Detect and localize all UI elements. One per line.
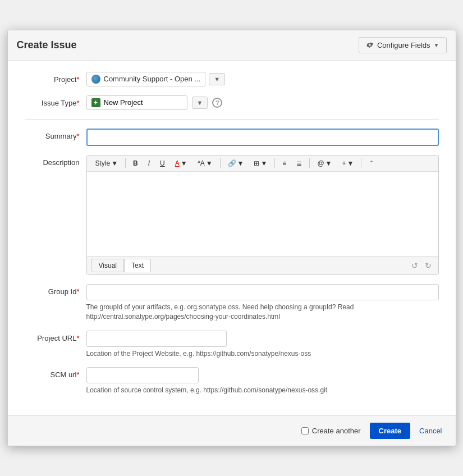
project-control: Community Support - Open ... ▼: [86, 72, 439, 86]
group-id-hint: The groupId of your artifacts, e.g. org.…: [86, 303, 439, 322]
configure-fields-button[interactable]: Configure Fields ▼: [359, 37, 447, 53]
collapse-button[interactable]: ⌃: [365, 158, 378, 169]
project-label: Project*: [25, 72, 86, 84]
project-row: Project* Community Support - Open ... ▼: [25, 72, 439, 86]
required-marker: *: [76, 75, 79, 84]
group-id-label: Group Id*: [25, 284, 86, 296]
gear-icon: [366, 41, 374, 49]
description-row: Description Style ▼ B: [25, 155, 439, 275]
insert-chevron-icon: ▼: [347, 159, 354, 167]
issue-type-dropdown[interactable]: + New Project: [86, 95, 187, 110]
description-content-area[interactable]: [87, 172, 438, 256]
scm-url-hint: Location of source control system, e.g. …: [86, 386, 439, 395]
scm-url-control: Location of source control system, e.g. …: [86, 367, 439, 395]
list-unordered-button[interactable]: ≡: [278, 158, 290, 169]
project-name-text: Community Support - Open ...: [104, 75, 201, 83]
issue-type-dropdown-arrow[interactable]: ▼: [192, 97, 208, 109]
project-url-input[interactable]: [86, 331, 227, 347]
redo-button[interactable]: ↻: [423, 260, 434, 271]
project-url-label: Project URL*: [25, 331, 86, 342]
required-marker: *: [76, 287, 79, 296]
project-dropdown-arrow[interactable]: ▼: [209, 73, 225, 85]
create-another-label[interactable]: Create another: [312, 427, 361, 435]
project-url-control: Location of the Project Website, e.g. ht…: [86, 331, 439, 359]
issue-type-label: Issue Type*: [25, 95, 86, 107]
project-url-row: Project URL* Location of the Project Web…: [25, 331, 439, 359]
format-chevron-icon: ▼: [206, 159, 213, 167]
style-chevron-icon: ▼: [111, 159, 118, 167]
mention-button[interactable]: @ ▼: [313, 158, 336, 169]
description-control: Style ▼ B I U: [86, 155, 439, 275]
group-id-control: The groupId of your artifacts, e.g. org.…: [86, 284, 439, 322]
form-divider: [25, 119, 439, 120]
list-ordered-button[interactable]: ≣: [292, 158, 306, 169]
create-another-wrap: Create another: [301, 427, 361, 435]
toolbar-separator-5: [361, 158, 361, 168]
editor-toolbar: Style ▼ B I U: [87, 155, 438, 172]
help-icon[interactable]: ?: [212, 98, 222, 108]
scm-url-row: SCM url* Location of source control syst…: [25, 367, 439, 395]
underline-button[interactable]: U: [156, 158, 169, 169]
project-globe-icon: [91, 75, 100, 84]
undo-redo-controls: ↺ ↻: [409, 260, 434, 271]
table-button[interactable]: ⊞ ▼: [250, 158, 271, 169]
link-chevron-icon: ▼: [237, 159, 244, 167]
description-label: Description: [25, 155, 86, 167]
toolbar-separator-3: [274, 158, 275, 168]
required-marker: *: [76, 334, 79, 342]
description-editor: Style ▼ B I U: [86, 155, 439, 275]
editor-footer: Visual Text ↺ ↻: [87, 256, 438, 274]
editor-tabs: Visual Text: [91, 259, 151, 272]
required-marker: *: [76, 370, 79, 379]
dialog-header: Create Issue Configure Fields ▼: [8, 30, 456, 61]
table-chevron-icon: ▼: [260, 159, 267, 167]
create-button[interactable]: Create: [370, 423, 410, 439]
create-issue-dialog: Create Issue Configure Fields ▼ Project*…: [7, 30, 456, 446]
required-marker: *: [76, 132, 79, 140]
tab-visual[interactable]: Visual: [91, 259, 124, 272]
style-dropdown-button[interactable]: Style ▼: [91, 158, 122, 169]
tab-text[interactable]: Text: [124, 259, 151, 272]
bold-button[interactable]: B: [129, 158, 142, 169]
footer-actions: Create Cancel: [370, 423, 447, 439]
insert-button[interactable]: + ▼: [338, 158, 357, 169]
chevron-down-icon: ▼: [434, 42, 439, 48]
scm-url-input[interactable]: [86, 367, 199, 383]
dialog-title: Create Issue: [17, 39, 77, 51]
group-id-input[interactable]: [86, 284, 439, 300]
mention-chevron-icon: ▼: [326, 159, 332, 167]
toolbar-separator-4: [309, 158, 310, 168]
issue-type-control: + New Project ▼ ?: [86, 95, 439, 110]
italic-button[interactable]: I: [144, 158, 154, 169]
text-color-button[interactable]: A ▼: [171, 158, 191, 169]
toolbar-separator-2: [220, 158, 221, 168]
color-chevron-icon: ▼: [181, 159, 187, 167]
create-another-checkbox[interactable]: [301, 427, 309, 434]
scm-url-label: SCM url*: [25, 367, 86, 379]
toolbar-separator-1: [125, 158, 126, 168]
project-url-hint: Location of the Project Website, e.g. ht…: [86, 349, 439, 359]
cancel-button[interactable]: Cancel: [415, 423, 446, 439]
required-marker: *: [76, 99, 79, 107]
issue-type-row: Issue Type* + New Project ▼ ?: [25, 95, 439, 110]
new-project-icon: +: [91, 98, 100, 107]
summary-row: Summary*: [25, 129, 439, 146]
summary-label: Summary*: [25, 129, 86, 140]
format-button[interactable]: ᴬA ▼: [194, 158, 217, 169]
link-button[interactable]: 🔗 ▼: [224, 158, 248, 169]
undo-button[interactable]: ↺: [409, 260, 420, 271]
summary-control: [86, 129, 439, 146]
group-id-row: Group Id* The groupId of your artifacts,…: [25, 284, 439, 322]
dialog-footer: Create another Create Cancel: [8, 415, 456, 446]
configure-fields-label: Configure Fields: [377, 41, 430, 49]
issue-type-value: New Project: [104, 98, 143, 107]
project-dropdown[interactable]: Community Support - Open ...: [86, 72, 206, 86]
dialog-body: Project* Community Support - Open ... ▼ …: [8, 61, 456, 415]
summary-input[interactable]: [86, 129, 439, 146]
